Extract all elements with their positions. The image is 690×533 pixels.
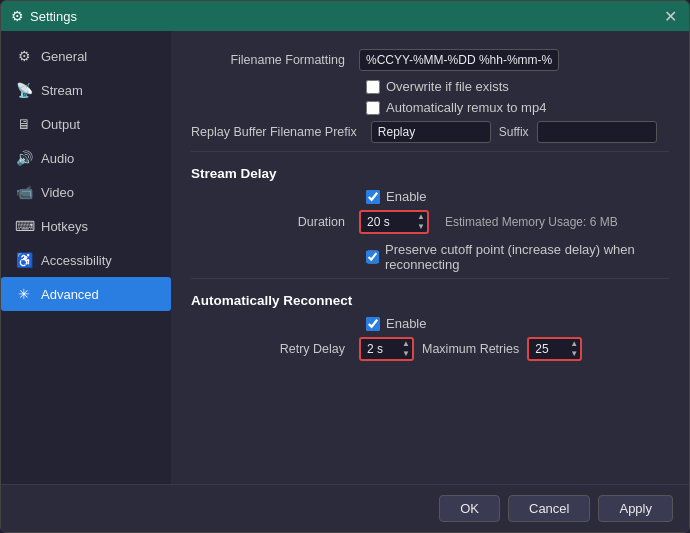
divider-1 (191, 151, 669, 152)
auto-reconnect-header: Automatically Reconnect (191, 293, 669, 308)
sidebar-item-video[interactable]: 📹 Video (1, 175, 171, 209)
stream-icon: 📡 (15, 82, 33, 98)
close-button[interactable]: ✕ (662, 7, 679, 26)
sidebar-item-hotkeys[interactable]: ⌨ Hotkeys (1, 209, 171, 243)
suffix-label: Suffix (499, 125, 529, 139)
max-retries-spinbox-buttons: ▲ ▼ (568, 337, 580, 361)
gear-icon: ⚙ (15, 48, 33, 64)
overwrite-label: Overwrite if file exists (386, 79, 509, 94)
remux-label: Automatically remux to mp4 (386, 100, 546, 115)
sidebar-item-advanced[interactable]: ✳ Advanced (1, 277, 171, 311)
duration-row: Duration ▲ ▼ Estimated Memory Usage: 6 M… (191, 210, 669, 234)
replay-prefix-input[interactable] (371, 121, 491, 143)
remux-row: Automatically remux to mp4 (191, 100, 669, 115)
enable-reconnect-row: Enable (191, 316, 669, 331)
overwrite-checkbox[interactable] (366, 80, 380, 94)
accessibility-icon: ♿ (15, 252, 33, 268)
titlebar: ⚙ Settings ✕ (1, 1, 689, 31)
enable-reconnect-label: Enable (386, 316, 426, 331)
duration-spinbox-buttons: ▲ ▼ (415, 210, 427, 234)
sidebar-item-audio[interactable]: 🔊 Audio (1, 141, 171, 175)
duration-label: Duration (191, 215, 351, 229)
retry-delay-spinbox-buttons: ▲ ▼ (400, 337, 412, 361)
filename-formatting-label: Filename Formatting (191, 53, 351, 67)
preserve-cutoff-row: Preserve cutoff point (increase delay) w… (191, 242, 669, 272)
enable-stream-delay-label: Enable (386, 189, 426, 204)
titlebar-left: ⚙ Settings (11, 8, 77, 24)
memory-usage-label: Estimated Memory Usage: 6 MB (445, 215, 618, 229)
divider-2 (191, 278, 669, 279)
max-retries-increment-button[interactable]: ▲ (568, 339, 580, 349)
output-icon: 🖥 (15, 116, 33, 132)
stream-delay-header: Stream Delay (191, 166, 669, 181)
hotkeys-icon: ⌨ (15, 218, 33, 234)
sidebar-label-hotkeys: Hotkeys (41, 219, 88, 234)
sidebar-item-accessibility[interactable]: ♿ Accessibility (1, 243, 171, 277)
enable-stream-delay-checkbox[interactable] (366, 190, 380, 204)
retry-delay-label: Retry Delay (191, 342, 351, 356)
sidebar-item-stream[interactable]: 📡 Stream (1, 73, 171, 107)
preserve-cutoff-checkbox[interactable] (366, 250, 379, 264)
filename-formatting-row: Filename Formatting (191, 49, 669, 71)
window-title: Settings (30, 9, 77, 24)
duration-increment-button[interactable]: ▲ (415, 212, 427, 222)
retry-row: Retry Delay ▲ ▼ Maximum Retries ▲ ▼ (191, 337, 669, 361)
replay-buffer-row: Replay Buffer Filename Prefix Suffix (191, 121, 669, 143)
sidebar-label-audio: Audio (41, 151, 74, 166)
max-retries-decrement-button[interactable]: ▼ (568, 349, 580, 359)
enable-stream-delay-row: Enable (191, 189, 669, 204)
apply-button[interactable]: Apply (598, 495, 673, 522)
content-area: ⚙ General 📡 Stream 🖥 Output 🔊 Audio 📹 Vi… (1, 31, 689, 484)
cancel-button[interactable]: Cancel (508, 495, 590, 522)
sidebar-label-stream: Stream (41, 83, 83, 98)
settings-icon: ⚙ (11, 8, 24, 24)
advanced-icon: ✳ (15, 286, 33, 302)
footer: OK Cancel Apply (1, 484, 689, 532)
max-retries-wrap: Maximum Retries ▲ ▼ (422, 337, 582, 361)
max-retries-label: Maximum Retries (422, 342, 519, 356)
retry-delay-increment-button[interactable]: ▲ (400, 339, 412, 349)
overwrite-row: Overwrite if file exists (191, 79, 669, 94)
ok-button[interactable]: OK (439, 495, 500, 522)
main-content: Filename Formatting Overwrite if file ex… (171, 31, 689, 484)
sidebar-item-output[interactable]: 🖥 Output (1, 107, 171, 141)
sidebar-label-advanced: Advanced (41, 287, 99, 302)
sidebar-label-accessibility: Accessibility (41, 253, 112, 268)
suffix-input[interactable] (537, 121, 657, 143)
video-icon: 📹 (15, 184, 33, 200)
duration-decrement-button[interactable]: ▼ (415, 222, 427, 232)
sidebar-label-video: Video (41, 185, 74, 200)
sidebar-item-general[interactable]: ⚙ General (1, 39, 171, 73)
enable-reconnect-checkbox[interactable] (366, 317, 380, 331)
sidebar-label-output: Output (41, 117, 80, 132)
sidebar: ⚙ General 📡 Stream 🖥 Output 🔊 Audio 📹 Vi… (1, 31, 171, 484)
retry-delay-decrement-button[interactable]: ▼ (400, 349, 412, 359)
remux-checkbox[interactable] (366, 101, 380, 115)
replay-buffer-label: Replay Buffer Filename Prefix (191, 125, 363, 139)
settings-window: ⚙ Settings ✕ ⚙ General 📡 Stream 🖥 Output… (0, 0, 690, 533)
duration-spinbox-wrap: ▲ ▼ (359, 210, 429, 234)
preserve-cutoff-label: Preserve cutoff point (increase delay) w… (385, 242, 669, 272)
audio-icon: 🔊 (15, 150, 33, 166)
sidebar-label-general: General (41, 49, 87, 64)
filename-formatting-input[interactable] (359, 49, 559, 71)
max-retries-spinbox-wrap: ▲ ▼ (527, 337, 582, 361)
retry-delay-spinbox-wrap: ▲ ▼ (359, 337, 414, 361)
